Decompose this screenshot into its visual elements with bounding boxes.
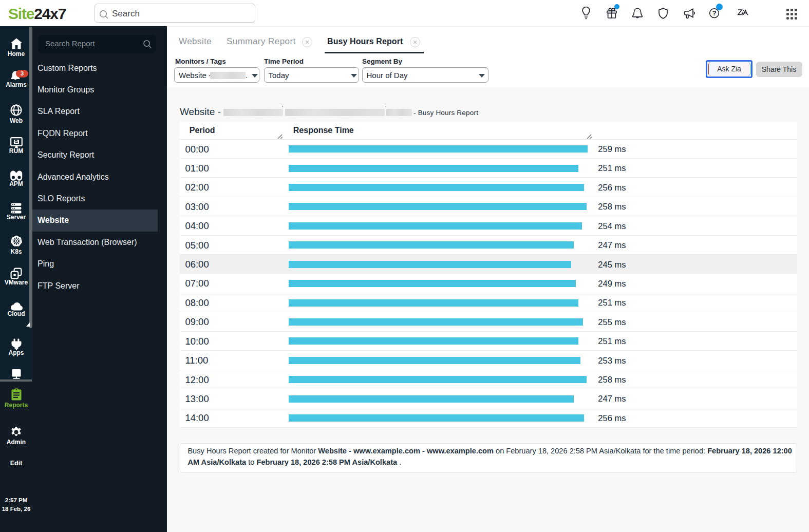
- svg-text:3: 3: [20, 70, 23, 77]
- svg-text:?: ?: [712, 9, 716, 17]
